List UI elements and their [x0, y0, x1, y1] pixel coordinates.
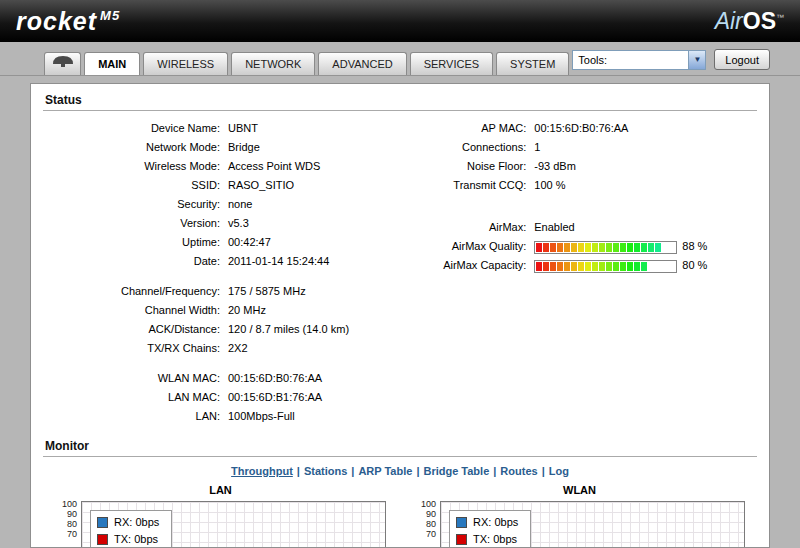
status-label: Transmit CCQ: [414, 176, 534, 195]
monitor-link-separator: | [493, 465, 496, 477]
status-row: Wireless Mode:Access Point WDS [43, 157, 414, 176]
airos-trademark: ™ [776, 13, 784, 22]
monitor-charts: LAN100908070RX: 0bpsTX: 0bpsWLAN10090807… [43, 484, 757, 548]
chart-y-axis: 100908070 [55, 501, 81, 548]
chart-lan: LAN100908070RX: 0bpsTX: 0bps [55, 484, 386, 548]
status-row: Network Mode:Bridge [43, 138, 414, 157]
status-value: 1 [534, 138, 757, 157]
status-label: LAN: [43, 407, 228, 426]
monitor-link-throughput[interactable]: Throughput [231, 465, 293, 477]
chart-wlan: WLAN100908070RX: 0bpsTX: 0bps [414, 484, 745, 548]
status-value: 20 MHz [228, 301, 414, 320]
status-value: 88 % [534, 237, 757, 256]
status-row: WLAN MAC:00:15:6D:B0:76:AA [43, 369, 414, 388]
airmax-bar-segment [662, 243, 668, 252]
airmax-bar-segment [669, 262, 675, 271]
page: rocketM5 AirOS™ MAINWIRELESSNETWORKADVAN… [0, 0, 800, 548]
monitor-divider [43, 456, 757, 457]
status-value: 175 / 5875 MHz [228, 282, 414, 301]
chart-body: 100908070RX: 0bpsTX: 0bps [55, 501, 386, 548]
airmax-bar-segment [557, 243, 563, 252]
airmax-bar-segment [655, 262, 661, 271]
status-label: Network Mode: [43, 138, 228, 157]
status-row: TX/RX Chains:2X2 [43, 339, 414, 358]
status-label: TX/RX Chains: [43, 339, 228, 358]
chart-legend: RX: 0bpsTX: 0bps [449, 510, 531, 548]
status-label: AirMax Capacity: [414, 256, 534, 275]
tools-dropdown[interactable]: Tools: ▼ [572, 50, 706, 70]
legend-entry: TX: 0bps [97, 531, 159, 548]
tab-bar: MAINWIRELESSNETWORKADVANCEDSERVICESSYSTE… [0, 42, 800, 76]
airmax-bar-segment [592, 243, 598, 252]
status-label: Noise Floor: [414, 157, 534, 176]
ubiquiti-antenna-icon [51, 53, 75, 75]
status-label: AirMax Quality: [414, 237, 534, 256]
status-divider [43, 110, 757, 111]
airmax-bar-segment [648, 243, 654, 252]
status-value: Enabled [534, 218, 757, 237]
chart-plot-area: RX: 0bpsTX: 0bps [81, 501, 386, 548]
monitor-links: Throughput|Stations|ARP Table|Bridge Tab… [43, 465, 757, 477]
status-value: Access Point WDS [228, 157, 414, 176]
status-value: 100Mbps-Full [228, 407, 414, 426]
status-row: AirMax Capacity:80 % [414, 256, 757, 275]
tab-advanced[interactable]: ADVANCED [318, 52, 406, 75]
airmax-bar-segment [550, 262, 556, 271]
status-row: Connections:1 [414, 138, 757, 157]
airmax-bar-segment [613, 243, 619, 252]
status-value: v5.3 [228, 214, 414, 233]
airmax-bar-segment [669, 243, 675, 252]
status-value: 80 % [534, 256, 757, 275]
airmax-bar-segment [599, 243, 605, 252]
status-row: LAN MAC:00:15:6D:B1:76:AA [43, 388, 414, 407]
airmax-bar-segment [613, 262, 619, 271]
tab-antenna[interactable] [44, 52, 81, 75]
monitor-link-arp-table[interactable]: ARP Table [358, 465, 412, 477]
legend-label: TX: 0bps [473, 531, 517, 548]
tools-area: Tools: ▼ Logout [572, 49, 770, 70]
status-column-right: AP MAC:00:15:6D:B0:76:AAConnections:1Noi… [414, 119, 757, 437]
airmax-bar-segment [585, 262, 591, 271]
content-panel: Status Device Name:UBNTNetwork Mode:Brid… [30, 83, 770, 548]
legend-entry: TX: 0bps [456, 531, 518, 548]
monitor-link-bridge-table[interactable]: Bridge Table [423, 465, 489, 477]
status-label: AirMax: [414, 218, 534, 237]
tab-network[interactable]: NETWORK [231, 52, 315, 75]
status-row: Channel Width:20 MHz [43, 301, 414, 320]
y-axis-tick-label: 100 [421, 499, 436, 509]
airmax-bar-segment [620, 243, 626, 252]
status-grid: Device Name:UBNTNetwork Mode:BridgeWirel… [43, 119, 757, 437]
status-group: AirMax:EnabledAirMax Quality:88 %AirMax … [414, 218, 757, 275]
airmax-bar-segment [655, 243, 661, 252]
status-label: Connections: [414, 138, 534, 157]
chart-plot-area: RX: 0bpsTX: 0bps [440, 501, 745, 548]
chart-title: WLAN [414, 484, 745, 496]
status-group: Channel/Frequency:175 / 5875 MHzChannel … [43, 282, 414, 358]
tab-main[interactable]: MAIN [84, 52, 140, 75]
monitor-link-routes[interactable]: Routes [500, 465, 537, 477]
tab-system[interactable]: SYSTEM [496, 52, 569, 75]
monitor-link-stations[interactable]: Stations [304, 465, 347, 477]
airmax-bar-segment [564, 262, 570, 271]
airmax-bar-segment [627, 262, 633, 271]
brand-name: rocket [16, 7, 97, 35]
airmax-bar-segment [648, 262, 654, 271]
airmax-bar-segment [585, 243, 591, 252]
airmax-bar-segment [662, 262, 668, 271]
chart-title: LAN [55, 484, 386, 496]
status-row: Transmit CCQ:100 % [414, 176, 757, 195]
y-axis-tick-label: 90 [67, 509, 77, 519]
status-value: 100 % [534, 176, 757, 195]
airmax-bar-segment [543, 243, 549, 252]
tab-list: MAINWIRELESSNETWORKADVANCEDSERVICESSYSTE… [84, 52, 572, 75]
status-value: none [228, 195, 414, 214]
tab-services[interactable]: SERVICES [410, 52, 493, 75]
status-label: Uptime: [43, 233, 228, 252]
y-axis-tick-label: 100 [62, 499, 77, 509]
airmax-bar-segment [641, 243, 647, 252]
status-label: SSID: [43, 176, 228, 195]
monitor-link-log[interactable]: Log [549, 465, 569, 477]
tab-wireless[interactable]: WIRELESS [143, 52, 228, 75]
status-value: 00:42:47 [228, 233, 414, 252]
logout-button[interactable]: Logout [714, 49, 770, 70]
